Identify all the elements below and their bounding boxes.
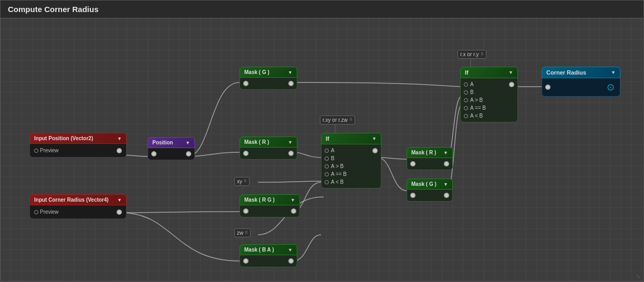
output-port[interactable] <box>444 193 449 198</box>
window-title: Compute Corner Radius <box>8 5 99 14</box>
mask-g-right-node[interactable]: Mask ( G ) ▼ <box>407 179 453 202</box>
zw-reroute[interactable]: zw ⠿ <box>234 228 251 237</box>
input-port[interactable] <box>243 151 248 156</box>
mask-rg-label: Mask ( R G ) <box>244 197 275 203</box>
position-body <box>148 148 195 160</box>
input-port[interactable] <box>545 85 550 90</box>
b-port[interactable] <box>464 90 468 95</box>
chevron-icon: ▼ <box>611 70 616 75</box>
altb-port[interactable] <box>464 114 468 118</box>
mask-g-right-body <box>407 190 453 202</box>
resize-handle[interactable]: ⤡ <box>636 274 640 279</box>
position-node[interactable]: Position ▼ <box>148 137 195 160</box>
chevron-icon: ▼ <box>508 70 513 75</box>
mask-g-right-label: Mask ( G ) <box>411 181 437 187</box>
altb-port[interactable] <box>325 180 329 184</box>
if-mid-body: A B A > B A == B A < B <box>321 144 381 189</box>
xy-label: xy <box>237 179 242 184</box>
output-port[interactable] <box>509 82 514 87</box>
mask-g-right-header[interactable]: Mask ( G ) ▼ <box>407 179 453 190</box>
input-port[interactable] <box>243 208 248 214</box>
output-port[interactable] <box>288 151 294 156</box>
position-header[interactable]: Position ▼ <box>148 137 195 148</box>
output-port[interactable] <box>186 151 191 156</box>
chevron-icon: ▼ <box>372 136 377 141</box>
mask-ba-header[interactable]: Mask ( B A ) ▼ <box>240 244 297 255</box>
circle-arrow-icon: ⊙ <box>607 81 615 93</box>
mask-r-right-header[interactable]: Mask ( R ) ▼ <box>407 147 453 158</box>
agtb-label: A > B <box>470 97 514 103</box>
output-port[interactable] <box>288 258 294 264</box>
agtb-port[interactable] <box>325 164 329 169</box>
agtb-port[interactable] <box>464 98 468 102</box>
if-altb-row: A < B <box>321 178 381 186</box>
if-right-body: A B A > B A == B A < B <box>460 78 518 122</box>
if-a-row: A <box>321 147 381 154</box>
chevron-icon: ▼ <box>288 247 293 253</box>
a-port[interactable] <box>464 82 468 87</box>
input-port[interactable] <box>410 193 416 198</box>
aeqb-port[interactable] <box>464 106 468 110</box>
aeqb-label: A == B <box>331 171 378 177</box>
mask-g-right-row <box>407 192 452 199</box>
if-right-b-row: B <box>461 88 517 96</box>
mask-rg-node[interactable]: Mask ( R G ) ▼ <box>240 194 300 217</box>
output-port[interactable] <box>291 208 296 214</box>
mask-r-right-node[interactable]: Mask ( R ) ▼ <box>407 147 453 170</box>
input-port[interactable] <box>410 161 416 166</box>
if-right-altb-row: A < B <box>461 112 517 120</box>
rxy-rzw-reroute[interactable]: r.xy or r.zw ⠿ <box>320 116 355 124</box>
zw-label: zw <box>237 230 243 236</box>
mask-r-right-row <box>407 160 452 168</box>
chevron-icon: ▼ <box>117 197 122 203</box>
output-port[interactable] <box>444 161 449 166</box>
if-right-label: If <box>465 69 469 76</box>
input-position-body: Preview <box>29 144 127 158</box>
altb-label: A < B <box>470 113 514 119</box>
corner-radius-header[interactable]: Corner Radius ▼ <box>542 67 620 78</box>
reroute-dots: ⠿ <box>245 231 248 235</box>
mask-ba-node[interactable]: Mask ( B A ) ▼ <box>240 244 297 267</box>
main-window: Compute Corner Radius <box>0 0 644 282</box>
mask-r-mid-node[interactable]: Mask ( R ) ▼ <box>240 137 297 160</box>
mask-rg-header[interactable]: Mask ( R G ) ▼ <box>240 194 300 205</box>
mask-ba-label: Mask ( B A ) <box>244 247 274 253</box>
if-right-header[interactable]: If ▼ <box>460 67 518 78</box>
output-port[interactable] <box>117 148 122 153</box>
chevron-icon: ▼ <box>117 136 122 141</box>
input-position-header[interactable]: Input Position (Vector2) ▼ <box>29 133 127 144</box>
input-port[interactable] <box>243 81 248 86</box>
output-port[interactable] <box>288 81 294 86</box>
input-corner-radius-header[interactable]: Input Corner Radius (Vector4) ▼ <box>29 194 127 205</box>
altb-label: A < B <box>331 179 378 185</box>
input-port[interactable] <box>151 151 157 156</box>
mask-g-top-header[interactable]: Mask ( G ) ▼ <box>240 67 297 78</box>
input-corner-radius-node[interactable]: Input Corner Radius (Vector4) ▼ Preview <box>29 194 127 219</box>
node-canvas[interactable]: Input Position (Vector2) ▼ Preview Posit… <box>1 18 643 281</box>
output-port[interactable] <box>372 148 378 153</box>
if-right-node[interactable]: If ▼ A B A > B A == <box>460 67 518 122</box>
output-port[interactable] <box>117 210 122 215</box>
input-corner-radius-body: Preview <box>29 205 127 219</box>
xy-reroute[interactable]: xy ⠿ <box>234 177 250 186</box>
input-port[interactable] <box>243 258 248 264</box>
if-mid-node[interactable]: If ▼ A B A > B A == <box>321 133 381 189</box>
if-mid-header[interactable]: If ▼ <box>321 133 381 144</box>
if-mid-label: If <box>326 135 329 142</box>
position-label: Position <box>152 140 173 145</box>
a-port[interactable] <box>325 149 329 153</box>
corner-radius-node[interactable]: Corner Radius ▼ ⊙ <box>542 67 620 97</box>
input-position-node[interactable]: Input Position (Vector2) ▼ Preview <box>29 133 127 158</box>
reroute-dots: ⠿ <box>244 179 247 184</box>
mask-ba-row <box>240 257 297 265</box>
mask-rg-body <box>240 205 300 217</box>
aeqb-port[interactable] <box>325 172 329 176</box>
mask-r-mid-header[interactable]: Mask ( R ) ▼ <box>240 137 297 148</box>
mask-g-top-node[interactable]: Mask ( G ) ▼ <box>240 67 297 90</box>
b-label: B <box>331 155 378 161</box>
if-right-a-row: A <box>461 80 517 88</box>
b-port[interactable] <box>325 156 329 161</box>
rx-ry-reroute[interactable]: r.x or r.y ⠿ <box>458 50 486 59</box>
chevron-icon: ▼ <box>288 140 293 145</box>
corner-radius-output-row: ⊙ <box>542 80 620 94</box>
